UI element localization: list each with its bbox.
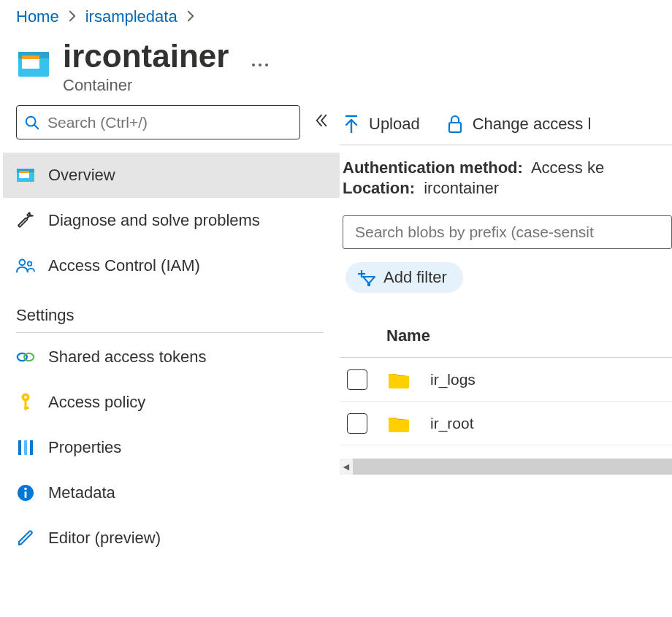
sidebar-item-sas[interactable]: Shared access tokens (3, 334, 340, 380)
svg-rect-19 (25, 401, 27, 410)
blob-table: Name ir_logs ir_root ◄ (340, 326, 672, 475)
sidebar-item-label: Properties (48, 438, 121, 457)
table-row[interactable]: ir_logs (340, 358, 672, 402)
row-checkbox[interactable] (347, 369, 367, 390)
add-filter-chip[interactable]: Add filter (345, 262, 463, 293)
column-name-header[interactable]: Name (347, 326, 430, 345)
page-title: ircontainer (63, 39, 229, 73)
svg-rect-21 (18, 440, 21, 455)
svg-point-5 (259, 64, 261, 66)
upload-icon (343, 114, 360, 134)
sidebar-item-label: Access Control (IAM) (48, 256, 200, 275)
filter-chip-label: Add filter (383, 268, 447, 287)
page-header: ircontainer Container (0, 26, 672, 105)
link-icon (16, 348, 35, 367)
breadcrumb-home[interactable]: Home (16, 7, 59, 26)
sidebar-item-diagnose[interactable]: Diagnose and solve problems (3, 198, 340, 243)
auth-method-value: Access ke (531, 158, 604, 177)
sidebar-item-label: Diagnose and solve problems (48, 211, 260, 230)
row-name[interactable]: ir_logs (430, 371, 476, 388)
blob-search[interactable] (343, 215, 672, 249)
blob-search-input[interactable] (354, 223, 661, 242)
svg-rect-29 (449, 123, 461, 132)
sidebar-item-overview[interactable]: Overview (3, 153, 340, 198)
breadcrumb: Home irsampledata (0, 0, 672, 26)
collapse-sidebar-icon[interactable] (313, 112, 329, 132)
sidebar-item-label: Metadata (48, 483, 115, 502)
upload-button[interactable]: Upload (343, 114, 420, 134)
row-checkbox[interactable] (347, 413, 367, 434)
sidebar-item-iam[interactable]: Access Control (IAM) (3, 243, 340, 288)
svg-rect-3 (22, 55, 39, 59)
sidebar-item-label: Access policy (48, 393, 145, 412)
chevron-right-icon (68, 9, 77, 26)
row-name[interactable]: ir_root (430, 415, 474, 432)
sidebar: Overview Diagnose and solve problems Acc… (0, 105, 340, 561)
key-icon (16, 393, 35, 412)
sidebar-search-input[interactable] (46, 113, 292, 132)
table-row[interactable]: ir_root (340, 402, 672, 445)
svg-rect-25 (25, 491, 27, 498)
scroll-left-icon[interactable]: ◄ (340, 461, 353, 472)
people-icon (16, 256, 35, 275)
sidebar-item-properties[interactable]: Properties (3, 425, 340, 470)
filter-plus-icon (357, 269, 376, 286)
sidebar-search[interactable] (16, 105, 300, 139)
sidebar-item-editor[interactable]: Editor (preview) (3, 516, 340, 561)
meta-block: Authentication method: Access ke Locatio… (340, 145, 672, 207)
location-value: ircontainer (424, 179, 499, 197)
more-icon[interactable] (251, 57, 270, 72)
breadcrumb-parent[interactable]: irsampledata (85, 7, 177, 26)
svg-rect-23 (30, 440, 33, 455)
folder-icon (388, 371, 420, 388)
container-icon (16, 47, 51, 82)
svg-line-8 (34, 125, 38, 129)
search-icon (24, 115, 40, 131)
divider (16, 332, 324, 333)
toolbar: Upload Change access l (340, 107, 672, 145)
content-pane: Upload Change access l Authentication me… (340, 105, 672, 475)
svg-rect-12 (19, 171, 29, 173)
svg-rect-22 (24, 440, 27, 455)
svg-point-14 (28, 262, 32, 267)
sidebar-section-settings: Settings (3, 288, 340, 332)
sidebar-item-label: Overview (48, 166, 115, 185)
info-icon (16, 483, 35, 502)
sidebar-item-label: Shared access tokens (48, 348, 206, 367)
chevron-right-icon (186, 9, 195, 26)
wrench-icon (16, 211, 35, 230)
svg-point-16 (24, 353, 34, 361)
folder-icon (388, 415, 420, 432)
sidebar-item-metadata[interactable]: Metadata (3, 470, 340, 516)
toolbar-label: Upload (369, 115, 420, 134)
location-label: Location: (343, 179, 415, 197)
toolbar-label: Change access l (473, 115, 592, 134)
scroll-track[interactable] (353, 459, 672, 475)
change-access-button[interactable]: Change access l (446, 114, 592, 134)
auth-method-label: Authentication method: (343, 158, 523, 177)
pencil-icon (16, 529, 35, 548)
lock-icon (446, 114, 464, 134)
svg-point-6 (265, 64, 268, 66)
svg-point-26 (24, 488, 27, 491)
table-header: Name (340, 326, 672, 358)
resource-type-label: Container (63, 76, 229, 95)
sidebar-item-label: Editor (preview) (48, 529, 161, 548)
sidebar-item-access-policy[interactable]: Access policy (3, 380, 340, 425)
horizontal-scrollbar[interactable]: ◄ (340, 459, 672, 475)
svg-rect-20 (25, 407, 29, 409)
bars-icon (16, 438, 35, 457)
panel-icon (16, 166, 35, 185)
svg-point-18 (24, 396, 27, 399)
svg-point-13 (19, 260, 25, 266)
svg-point-4 (252, 64, 255, 66)
